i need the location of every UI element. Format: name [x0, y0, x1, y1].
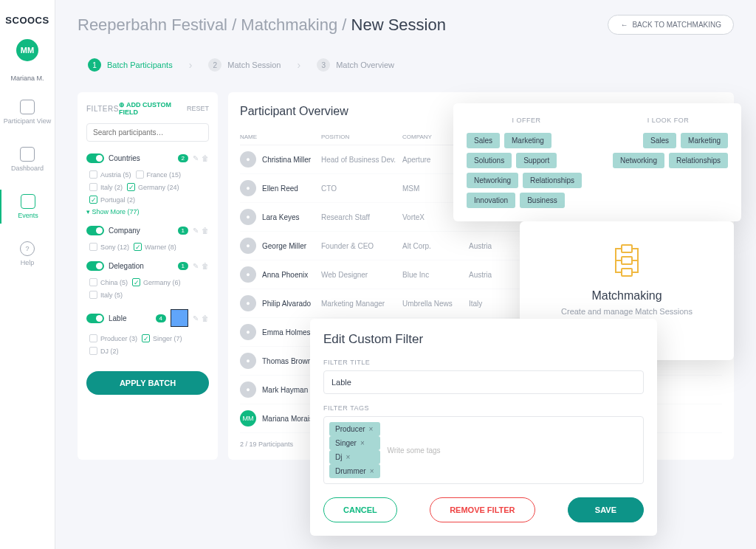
- offer-look-panel: I OFFER SalesMarketingSolutionsSupportNe…: [453, 103, 741, 221]
- modal-title: Edit Custom Filter: [323, 332, 644, 347]
- delete-icon[interactable]: 🗑: [202, 227, 209, 235]
- tag[interactable]: Networking: [467, 173, 518, 188]
- tag[interactable]: Networking: [613, 153, 664, 168]
- grid-icon: [20, 100, 35, 114]
- calendar-icon: [21, 194, 35, 209]
- checkbox-icon: ✓: [89, 196, 97, 204]
- nav-dashboard[interactable]: Dashboard: [0, 142, 55, 176]
- avatar: ●: [240, 238, 256, 254]
- filter-option[interactable]: ✓Warner (8): [134, 243, 176, 251]
- count-badge: 4: [156, 314, 166, 322]
- edit-icon[interactable]: ✎: [193, 154, 199, 162]
- nav-participant-view[interactable]: Participant View: [0, 95, 55, 129]
- color-swatch[interactable]: [171, 309, 188, 327]
- remove-tag-icon[interactable]: ×: [346, 453, 350, 461]
- tag[interactable]: Sales: [643, 133, 676, 148]
- show-more-button[interactable]: ▾ Show More (77): [86, 208, 209, 215]
- delete-icon[interactable]: 🗑: [202, 314, 209, 322]
- count-badge: 1: [178, 227, 188, 235]
- filter-option[interactable]: DJ (2): [89, 347, 119, 355]
- avatar: ●: [240, 295, 256, 311]
- matchmaking-icon: [608, 242, 645, 279]
- app-logo: SCOOCS: [5, 15, 49, 26]
- tag-chip: Singer×: [329, 436, 380, 450]
- nav-events[interactable]: Events: [0, 190, 55, 224]
- edit-icon[interactable]: ✎: [193, 262, 199, 270]
- edit-icon[interactable]: ✎: [193, 314, 199, 322]
- filter-option[interactable]: Producer (3): [89, 334, 137, 342]
- checkbox-icon: ✓: [134, 243, 142, 251]
- checkbox-icon: [89, 170, 97, 179]
- reset-button[interactable]: RESET: [187, 105, 209, 112]
- tag[interactable]: Relationships: [523, 173, 582, 188]
- apply-batch-button[interactable]: APPLY BATCH: [86, 371, 209, 395]
- avatar: ●: [240, 151, 256, 168]
- edit-icon[interactable]: ✎: [193, 227, 199, 235]
- filter-title-input[interactable]: [323, 370, 644, 394]
- tag-chip: Producer×: [329, 422, 380, 436]
- search-input[interactable]: [86, 123, 209, 142]
- remove-filter-button[interactable]: REMOVE FILTER: [430, 497, 535, 522]
- filter-option[interactable]: ✓Portugal (2): [89, 196, 135, 204]
- tag[interactable]: Relationships: [669, 153, 728, 168]
- checkbox-icon: [89, 347, 97, 355]
- back-button[interactable]: ←BACK TO MATCHMAKING: [608, 15, 734, 35]
- delete-icon[interactable]: 🗑: [202, 262, 209, 270]
- checkbox-icon: [136, 170, 144, 179]
- svg-rect-0: [622, 245, 632, 252]
- user-avatar[interactable]: MM: [16, 39, 38, 61]
- filter-option[interactable]: China (5): [89, 278, 128, 286]
- filter-option[interactable]: France (15): [136, 170, 182, 179]
- nav-help[interactable]: ?Help: [0, 237, 55, 271]
- tag[interactable]: Marketing: [681, 133, 728, 148]
- tag[interactable]: Innovation: [467, 193, 515, 208]
- offer-heading: I OFFER: [467, 117, 586, 124]
- filter-name: Company: [109, 227, 173, 235]
- delete-icon[interactable]: 🗑: [202, 154, 209, 162]
- checkbox-icon: [89, 243, 97, 251]
- tag[interactable]: Marketing: [504, 133, 551, 148]
- save-button[interactable]: SAVE: [568, 497, 644, 522]
- match-subtitle: Create and manage Match Sessions: [535, 307, 719, 316]
- filter-option[interactable]: ✓Singer (7): [142, 334, 182, 342]
- step-1[interactable]: 1Batch Participants: [78, 52, 183, 77]
- avatar: ●: [240, 353, 256, 369]
- page-header: Reeperbahn Festival / Matchmaking / New …: [78, 15, 734, 35]
- tags-placeholder: Write some tags: [385, 443, 444, 458]
- step-2[interactable]: 2Match Session: [198, 52, 291, 77]
- filter-option[interactable]: Sony (12): [89, 243, 129, 251]
- filter-name: Countries: [109, 154, 173, 162]
- help-icon: ?: [20, 241, 35, 256]
- toggle[interactable]: [86, 314, 104, 323]
- tag[interactable]: Sales: [467, 133, 500, 148]
- filters-title: FILTERS: [86, 105, 119, 113]
- overview-title: Participant Overview: [240, 105, 348, 118]
- filter-option[interactable]: ✓Germany (24): [127, 183, 179, 191]
- count-badge: 1: [178, 262, 188, 270]
- tag-chip: Dj×: [329, 450, 380, 464]
- toggle[interactable]: [86, 226, 104, 235]
- checkbox-icon: [89, 278, 97, 286]
- filter-option[interactable]: Austria (5): [89, 170, 131, 179]
- avatar: ●: [240, 266, 256, 283]
- toggle[interactable]: [86, 153, 104, 163]
- remove-tag-icon[interactable]: ×: [370, 467, 374, 475]
- step-3[interactable]: 3Match Overview: [306, 52, 405, 77]
- tag-chip: Drummer×: [329, 464, 380, 478]
- toggle[interactable]: [86, 261, 104, 271]
- tag[interactable]: Support: [516, 153, 557, 168]
- checkbox-icon: ✓: [132, 278, 140, 286]
- filter-option[interactable]: Italy (2): [89, 183, 123, 191]
- checkbox-icon: [89, 291, 97, 299]
- filter-tags-input[interactable]: Producer× Singer× Dj× Drummer× Write som…: [323, 416, 644, 484]
- tag[interactable]: Business: [520, 193, 565, 208]
- remove-tag-icon[interactable]: ×: [369, 425, 374, 433]
- filter-option[interactable]: ✓Germany (6): [132, 278, 181, 286]
- filter-option[interactable]: Italy (5): [89, 291, 123, 299]
- modal-cancel-button[interactable]: CANCEL: [323, 497, 397, 522]
- remove-tag-icon[interactable]: ×: [360, 439, 365, 447]
- sidebar: SCOOCS MM Mariana M. Participant View Da…: [0, 0, 55, 549]
- arrow-left-icon: ←: [620, 21, 628, 29]
- add-custom-field-button[interactable]: ⊕ ADD CUSTOM FIELD: [119, 101, 187, 116]
- tag[interactable]: Solutions: [467, 153, 512, 168]
